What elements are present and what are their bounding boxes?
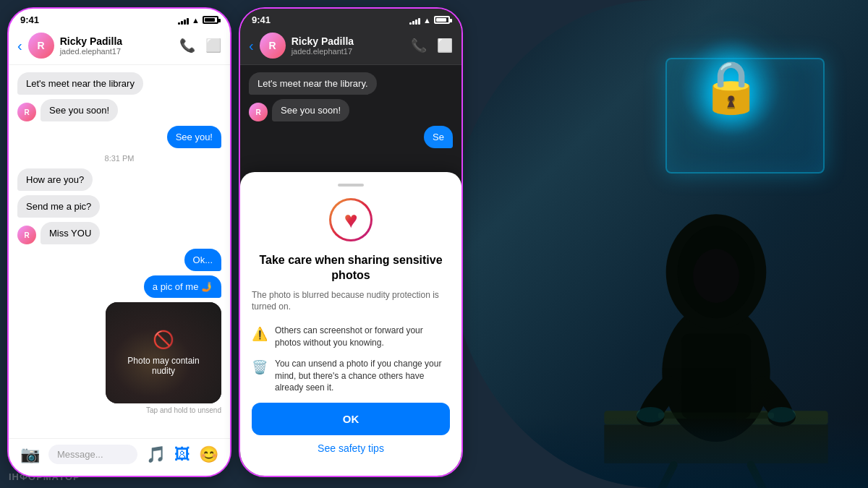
phone-icon-dark[interactable]: 📞 (411, 38, 427, 53)
video-icon[interactable]: ⬜ (205, 38, 221, 53)
msg-row: Se (249, 126, 453, 148)
hacker-panel: 🔒 (448, 0, 868, 488)
heart-symbol: ♥ (344, 207, 358, 234)
message-bubble-dark: See you soon! (272, 99, 349, 121)
warning-text-2: You can unsend a photo if you change you… (275, 358, 450, 394)
camera-icon[interactable]: 📷 (20, 445, 40, 464)
message-bubble-sent-dark: Se (424, 126, 453, 148)
bar4 (187, 18, 189, 25)
modal-handle (338, 184, 364, 187)
chat-body-middle: Let's meet near the library. R See you s… (240, 65, 461, 160)
header-actions-middle: 📞 ⬜ (411, 38, 453, 53)
msg-row: Send me a pic? (17, 195, 221, 218)
signal-icon (178, 16, 189, 25)
signal-icon-dark (409, 16, 420, 25)
chat-body-left: Let's meet near the library R See you so… (9, 65, 230, 426)
time-middle: 9:41 (252, 14, 271, 25)
message-bubble: a pic of me 🤳 (144, 275, 221, 298)
bar3 (184, 20, 186, 25)
message-bubble: Miss YOU (41, 222, 100, 244)
modal-heart-icon: ♥ (329, 198, 373, 241)
status-icons-left: ▲ (178, 16, 218, 25)
back-button-dark[interactable]: ‹ (249, 38, 254, 54)
contact-info-middle: Ricky Padilla jaded.elephant17 (292, 35, 411, 56)
bar2 (412, 21, 414, 25)
photo-nudity-text: Photo may containnudity (127, 356, 199, 376)
message-avatar-dark: R (249, 103, 268, 121)
msg-row: Let's meet near the library (17, 72, 221, 95)
contact-name-middle: Ricky Padilla (292, 35, 411, 47)
battery-fill (205, 18, 215, 22)
wifi-icon: ▲ (192, 16, 200, 25)
battery-icon-dark (434, 16, 450, 24)
msg-row: a pic of me 🤳 (17, 275, 221, 298)
message-bubble: See you! (167, 126, 221, 148)
chat-bottom-left: 📷 Message... 🎵 🖼 😊 (9, 438, 230, 476)
modal-subtitle: The photo is blurred because nudity prot… (252, 289, 450, 314)
msg-row: R See you soon! (17, 99, 221, 121)
lock-glow: 🔒 (680, 36, 781, 137)
warning-icon-1: ⚠️ (252, 326, 268, 342)
status-icons-middle: ▲ (409, 16, 450, 25)
tap-unsend-label: Tap and hold to unsend (146, 406, 221, 414)
msg-row: Ok... (17, 249, 221, 271)
photo-bubble: 🚫 Photo may containnudity (106, 302, 221, 403)
video-icon-dark[interactable]: ⬜ (437, 38, 453, 53)
lock-icon: 🔒 (699, 57, 762, 116)
msg-row: R See you soon! (249, 99, 453, 121)
modal-warning-1: ⚠️ Others can screenshot or forward your… (252, 325, 450, 349)
message-bubble: Ok... (184, 249, 221, 271)
bar2 (181, 21, 183, 25)
phone-icon[interactable]: 📞 (179, 38, 195, 53)
hacker-scene: 🔒 (448, 0, 868, 488)
back-button[interactable]: ‹ (17, 38, 22, 54)
gif-icon[interactable]: 🖼 (174, 445, 190, 464)
ok-button[interactable]: OK (252, 403, 450, 435)
sticker-icon[interactable]: 😊 (199, 445, 218, 464)
trash-icon: 🗑️ (252, 359, 268, 375)
msg-row: See you! (17, 126, 221, 148)
modal-overlay: ♥ Take care when sharing sensitive photo… (240, 172, 461, 476)
message-bubble: Let's meet near the library (17, 72, 143, 95)
message-bubble-dark: Let's meet near the library. (249, 72, 377, 95)
photo-blocked-icon: 🚫 (153, 330, 174, 350)
header-actions-left: 📞 ⬜ (179, 38, 221, 53)
bar1 (409, 22, 412, 25)
msg-row: How are you? (17, 168, 221, 191)
modal-title: Take care when sharing sensitive photos (252, 253, 450, 283)
msg-row: R Miss YOU (17, 222, 221, 244)
modal-warning-2: 🗑️ You can unsend a photo if you change … (252, 358, 450, 394)
message-input[interactable]: Message... (48, 445, 137, 464)
msg-row: Let's meet near the library. (249, 72, 453, 95)
contact-info-left: Ricky Padilla jaded.elephant17 (60, 35, 179, 56)
wifi-icon-dark: ▲ (423, 16, 431, 25)
mic-icon[interactable]: 🎵 (146, 445, 166, 464)
bar3 (415, 20, 417, 25)
safety-tips-link[interactable]: See safety tips (252, 442, 450, 454)
bottom-gradient (448, 416, 868, 488)
bar4 (418, 18, 420, 25)
msg-row-photo: 🚫 Photo may containnudity Tap and hold t… (17, 302, 221, 414)
message-avatar: R (17, 103, 36, 121)
svg-rect-12 (681, 334, 751, 419)
time-left: 9:41 (20, 14, 39, 25)
bar1 (178, 22, 180, 25)
chat-header-middle: ‹ R Ricky Padilla jaded.elephant17 📞 ⬜ (240, 28, 461, 65)
message-avatar: R (17, 226, 36, 244)
phone-middle: 9:41 ▲ ‹ R Ricky Padilla jaded.elephant1… (239, 7, 463, 477)
contact-username-left: jaded.elephant17 (60, 47, 179, 56)
avatar-left: R (28, 33, 54, 59)
contact-username-middle: jaded.elephant17 (292, 47, 411, 56)
time-separator: 8:31 PM (17, 154, 221, 163)
contact-name-left: Ricky Padilla (60, 35, 179, 47)
message-bubble: How are you? (17, 168, 93, 191)
message-bubble: Send me a pic? (17, 195, 100, 218)
svg-point-11 (693, 249, 739, 303)
battery-fill-dark (436, 18, 446, 22)
chat-header-left: ‹ R Ricky Padilla jaded.elephant17 📞 ⬜ (9, 28, 230, 65)
phone-left: 9:41 ▲ ‹ R Ricky Padilla jaded.elephant1… (7, 7, 231, 477)
warning-text-1: Others can screenshot or forward your ph… (275, 325, 450, 349)
avatar-middle: R (260, 33, 286, 59)
message-bubble: See you soon! (41, 99, 118, 121)
status-bar-middle: 9:41 ▲ (240, 9, 461, 28)
